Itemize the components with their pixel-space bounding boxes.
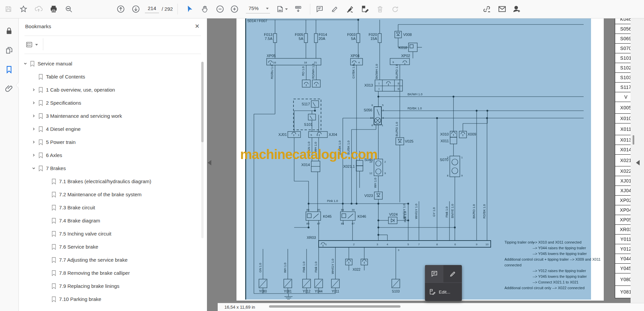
zoom-out-icon[interactable] bbox=[215, 4, 225, 14]
zoom-in-icon[interactable] bbox=[230, 4, 239, 14]
chevron-down-icon bbox=[285, 8, 288, 10]
bookmark-item[interactable]: 7.3 Brake circuit bbox=[18, 201, 200, 214]
hand-tool-icon[interactable] bbox=[200, 4, 210, 14]
highlighter-icon[interactable] bbox=[330, 4, 339, 14]
select-cursor-icon[interactable] bbox=[185, 4, 195, 14]
security-lock-icon[interactable] bbox=[5, 27, 13, 36]
bookmark-icon bbox=[51, 231, 56, 237]
scrollbar-thumb[interactable] bbox=[633, 135, 634, 145]
bookmark-icon bbox=[38, 87, 43, 93]
bookmark-label: 4 Diesel engine bbox=[46, 126, 80, 132]
bookmark-icon bbox=[51, 178, 56, 185]
bookmark-item[interactable]: 4 Diesel engine bbox=[18, 122, 200, 136]
bookmark-label: 7.3 Brake circuit bbox=[59, 205, 95, 210]
chevron-right-icon[interactable] bbox=[32, 88, 36, 92]
context-comment-button[interactable] bbox=[425, 265, 443, 282]
bookmark-label: 7.2 Maintenance of the brake system bbox=[59, 192, 142, 197]
collapse-right-arrow-icon[interactable] bbox=[636, 160, 640, 165]
bookmark-item[interactable]: 7.4 Brake diagram bbox=[18, 214, 200, 227]
horizontal-scrollbar[interactable] bbox=[269, 305, 400, 308]
bookmark-icon bbox=[38, 139, 43, 145]
toolbar-separator bbox=[310, 4, 310, 14]
bookmark-icon bbox=[51, 270, 56, 276]
bookmark-icon bbox=[38, 126, 43, 132]
page-up-icon[interactable] bbox=[116, 4, 125, 14]
bookmark-icon bbox=[51, 257, 56, 263]
bookmark-item[interactable]: 1 Cab overview, use, operation bbox=[18, 83, 200, 96]
bookmark-icon bbox=[38, 165, 43, 171]
share-upload-icon[interactable] bbox=[34, 4, 43, 14]
bookmark-label: 7.6 Service brake bbox=[59, 244, 98, 250]
bookmark-item[interactable]: 7.9 Replacing brake linings bbox=[18, 279, 200, 293]
chevron-right-icon[interactable] bbox=[32, 153, 36, 157]
bookmark-label: 2 Specifications bbox=[46, 100, 81, 106]
bookmark-label: 5 Power train bbox=[46, 139, 75, 145]
pages-icon[interactable] bbox=[5, 46, 13, 55]
comment-icon[interactable] bbox=[315, 4, 324, 14]
bookmark-label: Service manual bbox=[38, 61, 72, 66]
bookmark-icon bbox=[51, 296, 56, 302]
comment-icon bbox=[431, 270, 438, 277]
panel-scrollbar[interactable] bbox=[201, 62, 204, 238]
chevron-down-icon[interactable] bbox=[23, 62, 27, 65]
bookmark-item[interactable]: 6 Axles bbox=[18, 149, 200, 162]
chevron-right-icon[interactable] bbox=[32, 140, 36, 144]
context-edit-button[interactable]: Edit... bbox=[425, 283, 462, 301]
page-number-input[interactable]: 214 bbox=[145, 4, 159, 13]
panel-title: Bookmarks bbox=[25, 23, 51, 30]
signature-pen-icon[interactable] bbox=[345, 4, 355, 14]
close-panel-icon[interactable]: ✕ bbox=[195, 23, 200, 30]
search-icon[interactable] bbox=[64, 4, 73, 14]
bookmark-icon bbox=[38, 152, 43, 158]
left-icon-rail bbox=[0, 18, 19, 311]
bookmarks-panel-icon[interactable] bbox=[5, 65, 13, 74]
attachments-icon[interactable] bbox=[5, 84, 13, 93]
link-share-icon[interactable] bbox=[482, 4, 491, 14]
zoom-level-dropdown[interactable]: 75% bbox=[246, 4, 270, 13]
bookmarks-panel: Bookmarks ✕ Service manualTable of Conte… bbox=[18, 18, 207, 311]
chevron-down-icon[interactable] bbox=[32, 166, 36, 170]
bookmark-item[interactable]: 7 Brakes bbox=[18, 162, 200, 175]
bookmark-item[interactable]: Service manual bbox=[18, 57, 200, 70]
context-highlight-button[interactable] bbox=[443, 265, 462, 282]
bookmark-item[interactable]: 3 Maintenance and servicing work bbox=[18, 109, 200, 122]
bookmark-list: Service manualTable of Contents1 Cab ove… bbox=[18, 57, 200, 306]
email-icon[interactable] bbox=[497, 4, 507, 14]
fit-width-icon[interactable] bbox=[276, 4, 285, 14]
bookmark-item[interactable]: 7.1 Brakes (electrical/hydraulics diagra… bbox=[18, 175, 200, 188]
print-icon[interactable] bbox=[49, 4, 58, 14]
chevron-right-icon[interactable] bbox=[32, 127, 36, 131]
bookmark-item[interactable]: Table of Contents bbox=[18, 70, 200, 83]
bookmark-item[interactable]: 7.6 Service brake bbox=[18, 240, 200, 253]
collapse-panel-arrow-icon[interactable] bbox=[208, 160, 211, 165]
chevron-right-icon[interactable] bbox=[32, 101, 36, 105]
bookmark-options-button[interactable] bbox=[25, 40, 41, 50]
status-bar: 16,54 x 11,69 in bbox=[218, 303, 644, 311]
bookmark-item[interactable]: 7.8 Removing the brake calliper bbox=[18, 266, 200, 279]
bookmark-item[interactable]: 7.5 Inching valve circuit bbox=[18, 227, 200, 240]
bookmark-item[interactable]: 7.7 Adjusting the service brake bbox=[18, 253, 200, 266]
bookmark-item[interactable]: 7.10 Parking brake bbox=[18, 293, 200, 306]
continuous-scroll-icon[interactable] bbox=[293, 4, 303, 14]
bookmark-icon bbox=[51, 218, 56, 224]
bookmark-item[interactable]: 2 Specifications bbox=[18, 96, 200, 109]
toolbar-separator bbox=[177, 4, 178, 14]
bookmark-item[interactable]: 7.2 Maintenance of the brake system bbox=[18, 188, 200, 201]
bookmark-label: 3 Maintenance and servicing work bbox=[46, 113, 122, 119]
trash-icon[interactable] bbox=[375, 4, 385, 14]
add-user-icon[interactable] bbox=[512, 4, 521, 14]
bookmark-label: 7.5 Inching valve circuit bbox=[59, 231, 111, 237]
redo-icon[interactable] bbox=[390, 4, 400, 14]
edit-document-icon[interactable] bbox=[360, 4, 370, 14]
bookmark-item[interactable]: 5 Power train bbox=[18, 136, 200, 149]
bookmark-label: 7.8 Removing the brake calliper bbox=[59, 270, 130, 276]
chevron-right-icon[interactable] bbox=[32, 114, 36, 118]
page-down-icon[interactable] bbox=[131, 4, 141, 14]
context-menu: Edit... bbox=[425, 265, 462, 301]
star-icon[interactable] bbox=[19, 4, 28, 14]
bookmark-label: 1 Cab overview, use, operation bbox=[46, 87, 115, 93]
vertical-scrollbar[interactable] bbox=[631, 18, 644, 303]
bookmark-icon bbox=[30, 61, 35, 67]
zoom-level-value: 75% bbox=[249, 5, 259, 11]
save-icon[interactable] bbox=[4, 4, 13, 14]
